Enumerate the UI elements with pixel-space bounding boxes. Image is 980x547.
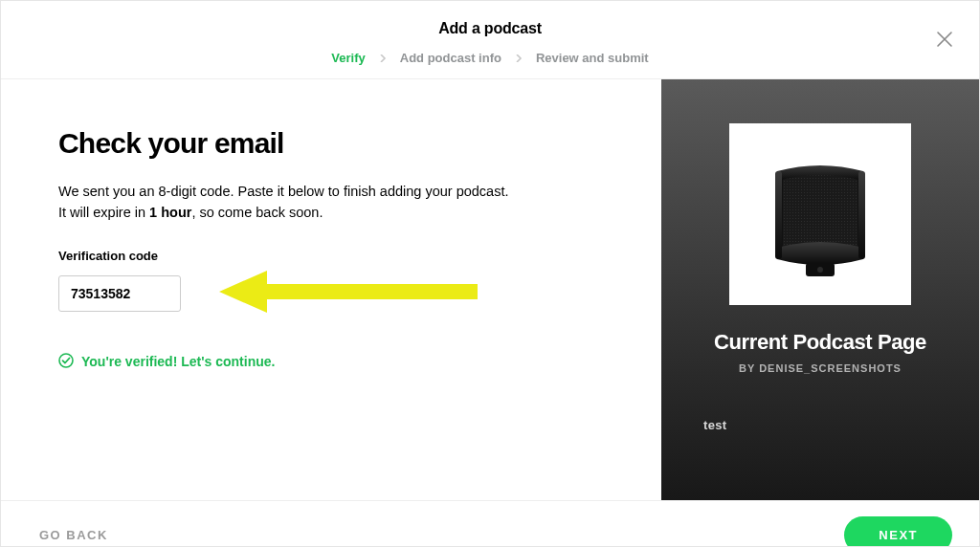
chevron-right-icon <box>379 52 387 65</box>
modal-header: Add a podcast Verify Add podcast info Re… <box>1 1 979 79</box>
section-heading: Check your email <box>58 127 661 160</box>
page-title: Add a podcast <box>1 20 979 37</box>
breadcrumb-step-verify: Verify <box>331 51 365 65</box>
go-back-button[interactable]: GO BACK <box>39 528 108 542</box>
success-text: You're verified! Let's continue. <box>81 354 275 369</box>
breadcrumb: Verify Add podcast info Review and submi… <box>1 51 979 65</box>
podcast-title: Current Podcast Page <box>714 330 926 355</box>
verification-code-input[interactable] <box>58 275 181 312</box>
verification-code-label: Verification code <box>58 249 661 263</box>
svg-marker-0 <box>219 271 478 313</box>
verification-panel: Check your email We sent you an 8-digit … <box>1 79 661 500</box>
svg-rect-5 <box>858 171 865 259</box>
episode-label: test <box>703 418 726 432</box>
success-message: You're verified! Let's continue. <box>58 353 661 371</box>
modal-footer: GO BACK NEXT <box>1 500 979 547</box>
podcast-author: BY DENISE_SCREENSHOTS <box>739 362 902 374</box>
close-icon[interactable] <box>935 30 954 53</box>
modal-body: Check your email We sent you an 8-digit … <box>1 79 979 500</box>
section-description: We sent you an 8-digit code. Paste it be… <box>58 181 661 224</box>
arrow-annotation-icon <box>219 271 478 317</box>
pop-filter-icon <box>748 142 892 286</box>
podcast-artwork <box>729 123 911 305</box>
input-row <box>58 271 661 317</box>
chevron-right-icon <box>515 52 523 65</box>
podcast-preview-panel: Current Podcast Page BY DENISE_SCREENSHO… <box>661 79 979 500</box>
svg-point-7 <box>817 267 823 273</box>
breadcrumb-step-review: Review and submit <box>536 51 649 65</box>
next-button[interactable]: NEXT <box>844 516 952 547</box>
svg-rect-4 <box>775 171 782 259</box>
check-circle-icon <box>58 353 74 371</box>
breadcrumb-step-info: Add podcast info <box>400 51 501 65</box>
svg-point-1 <box>59 354 73 367</box>
